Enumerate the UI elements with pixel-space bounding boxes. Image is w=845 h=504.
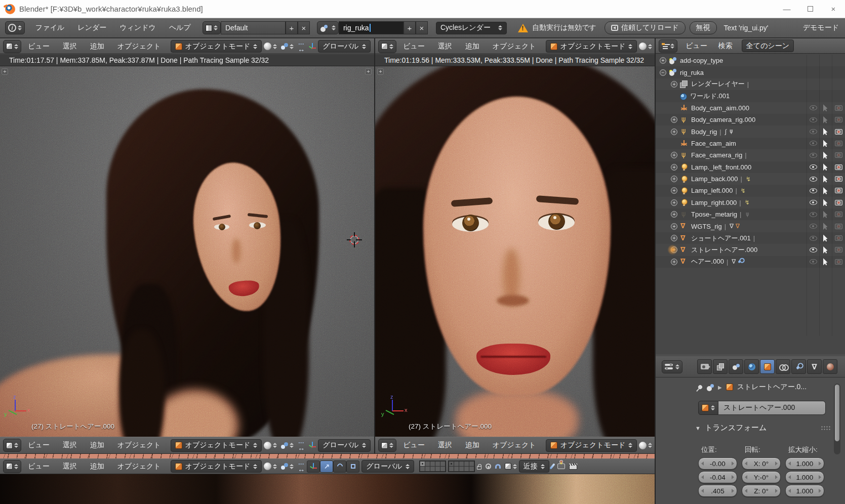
outliner-item-label[interactable]: Face_cam_aim	[691, 140, 736, 147]
outliner-row[interactable]: ワールド.001	[656, 90, 845, 102]
translate-manipulator-button[interactable]: ↗	[320, 460, 333, 473]
editor-type-button[interactable]	[378, 40, 396, 53]
renderable-camera-icon[interactable]	[835, 141, 842, 146]
outliner-row[interactable]: +Body_camera_rig.000	[656, 114, 845, 125]
properties-scrollbar[interactable]	[834, 384, 840, 454]
transform-value-field[interactable]: -0.00	[698, 457, 737, 470]
layers-grid[interactable]	[419, 460, 446, 472]
selectable-cursor-icon[interactable]	[823, 187, 829, 194]
outliner-row[interactable]: +Tpose-_metarig|⋔	[656, 208, 845, 220]
selectable-cursor-icon[interactable]	[823, 176, 829, 183]
close-button[interactable]: ×	[822, 0, 845, 18]
outliner-item-label[interactable]: Body_rig	[691, 128, 717, 136]
mode-dropdown[interactable]: オブジェクトモード	[546, 40, 637, 53]
outliner-row[interactable]: +ヘアー.000|∇	[656, 256, 845, 268]
renderable-camera-icon[interactable]	[835, 235, 842, 241]
object-tab[interactable]	[760, 359, 775, 374]
transform-value-field[interactable]: Y:-0°	[742, 471, 781, 483]
rotate-manipulator-button[interactable]	[333, 460, 346, 473]
visibility-eye-icon[interactable]	[810, 188, 817, 193]
visibility-eye-icon[interactable]	[810, 177, 817, 182]
editor-type-button[interactable]: i	[5, 21, 25, 34]
scene-tab[interactable]	[729, 359, 743, 374]
outliner-row[interactable]: −rig_ruka	[656, 66, 845, 78]
delete-scene-button[interactable]: ×	[416, 21, 428, 34]
render-layers-tab[interactable]	[713, 359, 728, 374]
editor-type-button[interactable]	[3, 439, 21, 452]
visibility-eye-icon[interactable]	[810, 247, 817, 253]
render-tab[interactable]	[697, 359, 712, 374]
pivot-dropdown[interactable]	[279, 439, 296, 452]
editor-type-button[interactable]	[659, 39, 677, 53]
renderable-camera-icon[interactable]	[835, 200, 842, 205]
viewport-menu-item[interactable]: オブジェクト	[486, 441, 543, 450]
outliner-row[interactable]: +Lamp_back.000|↯	[656, 173, 845, 185]
outliner-item-label[interactable]: Face_camera_rig	[691, 151, 742, 159]
visibility-eye-icon[interactable]	[810, 141, 817, 146]
pin-icon[interactable]	[697, 384, 703, 390]
renderable-camera-icon[interactable]	[835, 224, 842, 229]
viewport-menu-item[interactable]: ビュー	[21, 42, 56, 51]
selectable-cursor-icon[interactable]	[823, 223, 829, 230]
transform-value-field[interactable]: 1.000	[785, 457, 824, 470]
scene-button[interactable]	[317, 21, 339, 34]
material-tab[interactable]	[823, 359, 837, 374]
expand-toggle-icon[interactable]: +	[671, 259, 677, 265]
expand-toggle-icon[interactable]: +	[671, 116, 677, 123]
expand-toggle-icon[interactable]: +	[671, 129, 677, 135]
proportional-edit-button[interactable]	[484, 460, 493, 473]
renderable-camera-icon[interactable]	[835, 247, 842, 253]
transform-value-field[interactable]: X: 0°	[742, 457, 781, 470]
selectable-cursor-icon[interactable]	[823, 140, 829, 147]
outliner-item-label[interactable]: レンダーレイヤー	[691, 79, 745, 89]
expand-toggle-icon[interactable]: +	[671, 187, 677, 194]
maximize-button[interactable]	[798, 0, 822, 18]
breadcrumb-object[interactable]: ストレートヘアー.0...	[737, 383, 807, 392]
viewport-menu-item[interactable]: ビュー	[396, 441, 431, 450]
expand-toggle-icon[interactable]: +	[671, 235, 677, 241]
outliner-item-label[interactable]: ヘアー.000	[691, 257, 724, 266]
layers-grid[interactable]	[448, 460, 475, 472]
outliner-row[interactable]: Face_cam_aim	[656, 138, 845, 149]
shading-dropdown[interactable]	[262, 439, 279, 452]
opengl-animation-button[interactable]	[567, 460, 579, 473]
renderable-camera-icon[interactable]	[835, 129, 842, 135]
transform-value-field[interactable]: 1.000	[785, 485, 824, 497]
constraints-tab[interactable]	[776, 359, 790, 374]
expand-toggle-icon[interactable]: +	[671, 81, 677, 88]
world-tab[interactable]	[744, 359, 759, 374]
expand-toggle-icon[interactable]: +	[671, 211, 677, 218]
viewport-menu-item[interactable]: 選択	[56, 441, 84, 450]
outliner-row[interactable]: +Lamp_right.000|↯	[656, 197, 845, 208]
expand-toggle-icon[interactable]: +	[671, 152, 677, 158]
modifiers-tab[interactable]	[791, 359, 806, 374]
outliner-item-label[interactable]: add-copy_type	[680, 57, 723, 64]
visibility-eye-icon[interactable]	[810, 117, 817, 122]
manipulator-toggle[interactable]: •••↔	[296, 40, 307, 53]
outliner-search-menu[interactable]: 検索	[713, 41, 738, 51]
screen-layout-button[interactable]	[203, 21, 221, 34]
object-name-field[interactable]: ストレートヘアー.000	[718, 401, 826, 415]
renderable-camera-icon[interactable]	[835, 212, 842, 217]
selectable-cursor-icon[interactable]	[823, 246, 829, 254]
shading-dropdown[interactable]	[262, 40, 279, 53]
bottom-viewport-content[interactable]	[0, 474, 655, 504]
outliner-row[interactable]: +add-copy_type	[656, 55, 845, 66]
viewport-menu-item[interactable]: 追加	[84, 441, 111, 450]
editor-type-button[interactable]	[378, 439, 396, 452]
selectable-cursor-icon[interactable]	[823, 199, 829, 206]
transform-value-field[interactable]: 1.000	[785, 471, 824, 483]
selectable-cursor-icon[interactable]	[823, 211, 829, 218]
selectable-cursor-icon[interactable]	[823, 258, 829, 265]
menu-ファイル[interactable]: ファイル	[29, 23, 71, 32]
menu-ヘルプ[interactable]: ヘルプ	[163, 23, 197, 32]
add-scene-button[interactable]: +	[404, 21, 416, 34]
outliner-item-label[interactable]: WGTS_rig	[691, 223, 722, 230]
expand-toggle-icon[interactable]: +	[671, 164, 677, 171]
region-expand-icon[interactable]: +	[365, 68, 372, 75]
renderable-camera-icon[interactable]	[835, 152, 842, 158]
viewport-menu-item[interactable]: 追加	[84, 462, 111, 471]
selectable-cursor-icon[interactable]	[823, 116, 829, 123]
region-expand-icon[interactable]: +	[377, 68, 384, 75]
reload-trusted-button[interactable]: 信頼してリロード	[605, 21, 686, 34]
